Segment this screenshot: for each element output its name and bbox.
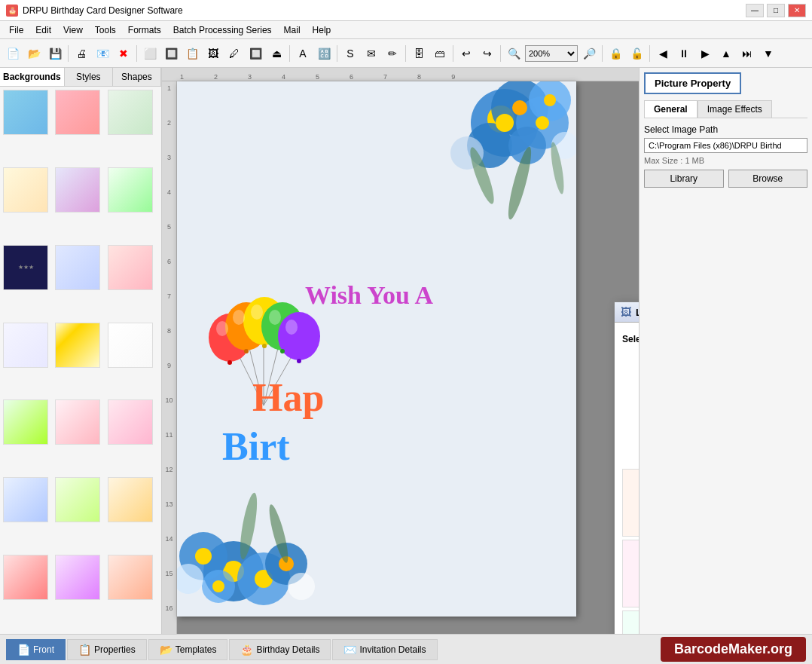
- toolbar: 📄 📂 💾 🖨 📧 ✖ ⬜ 🔲 📋 🖼 🖊 🔲 ⏏ A 🔠 S ✉ ✏ 🗄 🗃 …: [0, 39, 812, 68]
- tb-btn-6[interactable]: 📋: [182, 44, 202, 63]
- tab-general[interactable]: General: [644, 100, 698, 118]
- menu-tools[interactable]: Tools: [89, 23, 122, 37]
- menu-file[interactable]: File: [3, 23, 29, 37]
- select-category-label: Select Category :: [622, 334, 639, 344]
- unlock-btn[interactable]: 🔓: [627, 44, 646, 63]
- zoom-in-btn[interactable]: 🔎: [579, 44, 599, 63]
- tb-btn-10[interactable]: ⏏: [267, 44, 286, 63]
- tb-seq-1[interactable]: ⏭: [737, 44, 757, 63]
- thumb-item-10[interactable]: [3, 323, 48, 368]
- browse-button[interactable]: Browse: [728, 170, 808, 188]
- thumb-item-13[interactable]: [3, 399, 48, 445]
- tb-btn-11[interactable]: A: [293, 44, 313, 63]
- tb-vert-1[interactable]: ⏸: [674, 44, 694, 63]
- tab-image-effects[interactable]: Image Effects: [698, 100, 772, 118]
- thumb-item-7[interactable]: ★★★: [3, 245, 48, 290]
- svg-point-47: [262, 344, 267, 348]
- tb-btn-17[interactable]: 🗃: [430, 44, 450, 63]
- library-title-group: 🖼 Library Images: [621, 306, 639, 318]
- background-thumbnails: ★★★: [0, 87, 161, 634]
- thumb-item-4[interactable]: [3, 167, 48, 213]
- bottom-tab-front[interactable]: 📄 Front: [6, 639, 66, 660]
- bottom-tab-templates[interactable]: 📂 Templates: [148, 639, 228, 660]
- thumb-item-3[interactable]: [108, 90, 153, 135]
- app-icon: 🎂: [6, 5, 18, 17]
- tab-shapes[interactable]: Shapes: [113, 68, 161, 86]
- tb-btn-18[interactable]: ↩: [456, 44, 476, 63]
- thumb-item-21[interactable]: [108, 555, 153, 600]
- toolbar-separator-3: [289, 45, 290, 62]
- svg-point-28: [237, 491, 260, 560]
- menu-help[interactable]: Help: [307, 23, 337, 37]
- thumb-item-15[interactable]: [108, 399, 153, 445]
- lib-img-4[interactable]: [622, 540, 639, 607]
- menu-edit[interactable]: Edit: [29, 23, 57, 37]
- titlebar: 🎂 DRPU Birthday Card Designer Software —…: [0, 0, 812, 21]
- tab-backgrounds[interactable]: Backgrounds: [0, 68, 65, 86]
- tb-btn-5[interactable]: 🔲: [161, 44, 181, 63]
- picture-property-button[interactable]: Picture Property: [644, 72, 741, 94]
- tb-btn-8[interactable]: 🖊: [224, 44, 244, 63]
- thumb-item-11[interactable]: [55, 323, 100, 368]
- select-image-path-label: Select Image Path: [644, 124, 807, 135]
- minimize-button[interactable]: —: [746, 4, 764, 17]
- thumb-item-18[interactable]: [108, 477, 153, 522]
- menu-mail[interactable]: Mail: [278, 23, 307, 37]
- bottom-tab-invitation-details[interactable]: ✉️ Invitation Details: [332, 639, 437, 660]
- tb-btn-2[interactable]: 📧: [93, 44, 112, 63]
- svg-point-9: [536, 116, 549, 130]
- menu-formats[interactable]: Formats: [122, 23, 167, 37]
- thumb-item-20[interactable]: [55, 555, 100, 600]
- menu-view[interactable]: View: [57, 23, 89, 37]
- tb-btn-9[interactable]: 🔲: [246, 44, 265, 63]
- tb-btn-4[interactable]: ⬜: [140, 44, 160, 63]
- thumb-item-9[interactable]: [108, 245, 153, 290]
- tb-down-btn[interactable]: ▼: [759, 44, 778, 63]
- thumb-item-12[interactable]: [108, 323, 153, 368]
- library-button[interactable]: Library: [644, 170, 724, 188]
- tb-btn-19[interactable]: ↪: [478, 44, 497, 63]
- thumb-item-16[interactable]: [3, 477, 48, 522]
- thumb-item-17[interactable]: [55, 477, 100, 522]
- tb-btn-7[interactable]: 🖼: [203, 44, 223, 63]
- svg-point-48: [280, 349, 285, 353]
- thumb-item-6[interactable]: [108, 167, 153, 213]
- tb-up-btn[interactable]: ▲: [716, 44, 736, 63]
- lock-btn[interactable]: 🔒: [606, 44, 625, 63]
- app-title: DRPU Birthday Card Designer Software: [23, 5, 183, 16]
- tb-btn-15[interactable]: ✏: [383, 44, 402, 63]
- app-title-bar: 🎂 DRPU Birthday Card Designer Software: [6, 5, 183, 17]
- thumb-item-5[interactable]: [55, 167, 100, 213]
- zoom-select[interactable]: 200% 50% 75% 100% 150% 300%: [525, 45, 578, 62]
- image-path-input[interactable]: [644, 138, 807, 153]
- lib-img-7[interactable]: [622, 610, 639, 634]
- menu-batch-processing[interactable]: Batch Processing Series: [167, 23, 278, 37]
- lib-img-1[interactable]: [622, 469, 639, 537]
- main-area: Backgrounds Styles Shapes ★★★: [0, 68, 812, 634]
- prev-btn[interactable]: ◀: [653, 44, 673, 63]
- open-button[interactable]: 📂: [24, 44, 44, 63]
- close-button[interactable]: ✕: [788, 4, 806, 17]
- tb-btn-14[interactable]: ✉: [362, 44, 381, 63]
- birthday-details-tab-icon: 🎂: [240, 644, 253, 656]
- zoom-out-btn[interactable]: 🔍: [504, 44, 524, 63]
- maximize-button[interactable]: □: [767, 4, 785, 17]
- tb-btn-1[interactable]: 🖨: [72, 44, 91, 63]
- thumb-item-19[interactable]: [3, 555, 48, 600]
- tb-btn-16[interactable]: 🗄: [409, 44, 429, 63]
- save-button[interactable]: 💾: [45, 44, 65, 63]
- zoom-control: 200% 50% 75% 100% 150% 300%: [525, 45, 578, 62]
- thumb-item-14[interactable]: [55, 399, 100, 445]
- bottom-tab-birthday-details[interactable]: 🎂 Birthday Details: [229, 639, 331, 660]
- tb-btn-13[interactable]: S: [340, 44, 360, 63]
- bottom-tab-properties[interactable]: 📋 Properties: [67, 639, 147, 660]
- card-text-happy: Hap: [252, 375, 324, 420]
- thumb-item-1[interactable]: [3, 90, 48, 135]
- tb-btn-12[interactable]: 🔠: [314, 44, 334, 63]
- next-btn[interactable]: ▶: [695, 44, 715, 63]
- new-button[interactable]: 📄: [3, 44, 23, 63]
- thumb-item-8[interactable]: [55, 245, 100, 290]
- thumb-item-2[interactable]: [55, 90, 100, 135]
- tab-styles[interactable]: Styles: [65, 68, 113, 86]
- tb-btn-3[interactable]: ✖: [114, 44, 133, 63]
